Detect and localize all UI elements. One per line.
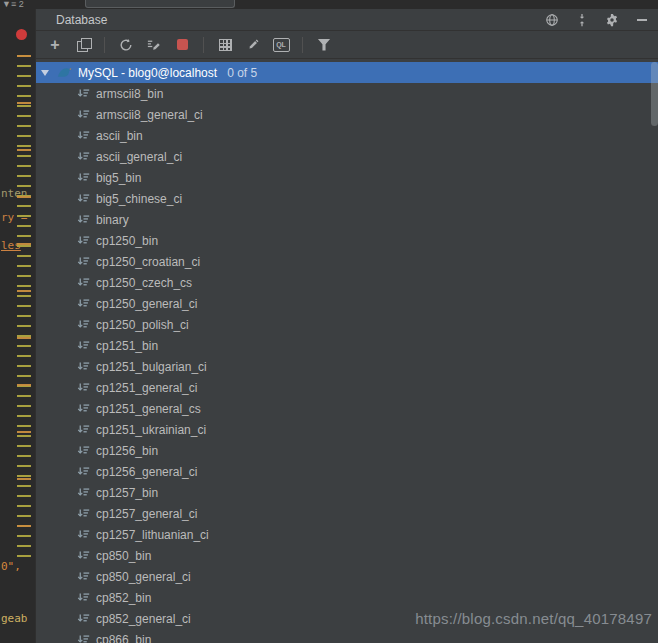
tree-row-collation[interactable]: cp1251_general_ci (36, 377, 658, 398)
code-fragment: geab (1, 612, 28, 625)
collation-label: cp1257_bin (96, 486, 158, 500)
tree-row-collation[interactable]: cp850_bin (36, 545, 658, 566)
collation-sort-icon (76, 381, 90, 395)
collation-sort-icon (76, 570, 90, 584)
filter-button[interactable] (315, 36, 333, 54)
collation-label: cp1250_croatian_ci (96, 255, 200, 269)
collation-sort-icon (76, 297, 90, 311)
collation-label: cp1251_general_cs (96, 402, 201, 416)
web-icon[interactable] (544, 12, 560, 28)
refresh-button[interactable] (117, 36, 135, 54)
mysql-icon (56, 65, 72, 81)
table-view-button[interactable] (216, 36, 234, 54)
tree-row-collation[interactable]: cp1251_ukrainian_ci (36, 419, 658, 440)
collation-sort-icon (76, 150, 90, 164)
toolbar: + (36, 31, 658, 59)
screenshot-root: ▼≡ 2 nten ry = les 0", geab Database (0, 0, 658, 643)
collation-label: cp850_general_ci (96, 570, 191, 584)
collation-label: cp1251_ukrainian_ci (96, 423, 206, 437)
editor-marker-stripe[interactable] (17, 55, 31, 560)
tree-row-collation[interactable]: cp1251_bulgarian_ci (36, 356, 658, 377)
collation-sort-icon (76, 612, 90, 626)
collation-sort-icon (76, 549, 90, 563)
tree-row-collation[interactable]: armscii8_bin (36, 83, 658, 104)
tree-row-collation[interactable]: cp866_bin (36, 629, 658, 643)
collation-sort-icon (76, 507, 90, 521)
tree-row-collation[interactable]: cp1251_bin (36, 335, 658, 356)
collation-sort-icon (76, 591, 90, 605)
collation-label: cp852_general_ci (96, 612, 191, 626)
tree-row-collation[interactable]: ascii_general_ci (36, 146, 658, 167)
collapse-icon[interactable] (574, 12, 590, 28)
collation-label: armscii8_bin (96, 87, 163, 101)
collation-label: cp866_bin (96, 633, 151, 643)
tree-row-collation[interactable]: cp1257_bin (36, 482, 658, 503)
tree-row-collation[interactable]: cp850_general_ci (36, 566, 658, 587)
collation-sort-icon (76, 171, 90, 185)
collation-label: cp1250_general_ci (96, 297, 197, 311)
collation-list: armscii8_bin arm (36, 83, 658, 643)
tree-row-collation[interactable]: cp852_bin (36, 587, 658, 608)
collation-sort-icon (76, 633, 90, 643)
collation-sort-icon (76, 318, 90, 332)
chevron-down-icon[interactable] (41, 70, 49, 76)
collation-sort-icon (76, 108, 90, 122)
tree-row-connection[interactable]: MySQL - blog0@localhost 0 of 5 (36, 62, 658, 83)
tree-row-collation[interactable]: binary (36, 209, 658, 230)
toolwindow-header-icons (544, 12, 650, 28)
collation-label: cp1251_bulgarian_ci (96, 360, 207, 374)
toolwindow-header[interactable]: Database (36, 9, 658, 31)
submit-button[interactable] (145, 36, 163, 54)
tree-row-collation[interactable]: cp1257_lithuanian_ci (36, 524, 658, 545)
collation-label: big5_chinese_ci (96, 192, 182, 206)
console-button[interactable]: QL (272, 36, 290, 54)
collation-label: big5_bin (96, 171, 141, 185)
gear-icon[interactable] (604, 12, 620, 28)
tree-row-collation[interactable]: cp1251_general_cs (36, 398, 658, 419)
tree-row-collation[interactable]: cp1250_croatian_ci (36, 251, 658, 272)
tree-row-collation[interactable]: big5_bin (36, 167, 658, 188)
minimize-icon[interactable] (634, 12, 650, 28)
collation-sort-icon (76, 465, 90, 479)
collation-label: armscii8_general_ci (96, 108, 203, 122)
toolwindow-title: Database (56, 13, 107, 27)
tree-row-collation[interactable]: armscii8_general_ci (36, 104, 658, 125)
collation-sort-icon (76, 192, 90, 206)
editor-tab-fragment: ▼≡ 2 (2, 0, 24, 9)
collation-label: cp1257_general_ci (96, 507, 197, 521)
collation-label: cp852_bin (96, 591, 151, 605)
tree-row-collation[interactable]: cp1250_general_ci (36, 293, 658, 314)
tree-row-collation[interactable]: cp1257_general_ci (36, 503, 658, 524)
tree-row-collation[interactable]: cp1250_bin (36, 230, 658, 251)
tree-row-collation[interactable]: ascii_bin (36, 125, 658, 146)
tree-row-collation[interactable]: cp1256_bin (36, 440, 658, 461)
error-indicator-icon (16, 29, 27, 40)
collation-label: binary (96, 213, 129, 227)
collation-sort-icon (76, 255, 90, 269)
code-fragment: 0", (1, 560, 21, 573)
edit-button[interactable] (244, 36, 262, 54)
tree-row-collation[interactable]: big5_chinese_ci (36, 188, 658, 209)
database-tree: MySQL - blog0@localhost 0 of 5 (36, 62, 658, 643)
tree-row-collation[interactable]: cp1250_polish_ci (36, 314, 658, 335)
collation-label: cp1250_polish_ci (96, 318, 189, 332)
connection-count: 0 of 5 (227, 66, 257, 80)
database-toolwindow: Database (35, 9, 658, 643)
collation-label: ascii_general_ci (96, 150, 182, 164)
popup-fragment (85, 0, 235, 8)
collation-sort-icon (76, 444, 90, 458)
collation-sort-icon (76, 402, 90, 416)
collation-sort-icon (76, 213, 90, 227)
stop-button[interactable] (173, 36, 191, 54)
collation-sort-icon (76, 528, 90, 542)
collation-sort-icon (76, 339, 90, 353)
add-button[interactable]: + (46, 36, 64, 54)
duplicate-button[interactable] (74, 36, 92, 54)
tree-scrollbar-thumb[interactable] (651, 62, 658, 126)
tree-row-collation[interactable]: cp1256_general_ci (36, 461, 658, 482)
collation-sort-icon (76, 360, 90, 374)
connection-label: MySQL - blog0@localhost (78, 66, 217, 80)
tree-row-collation[interactable]: cp1250_czech_cs (36, 272, 658, 293)
collation-label: cp850_bin (96, 549, 151, 563)
watermark: https://blog.csdn.net/qq_40178497 (415, 610, 652, 627)
